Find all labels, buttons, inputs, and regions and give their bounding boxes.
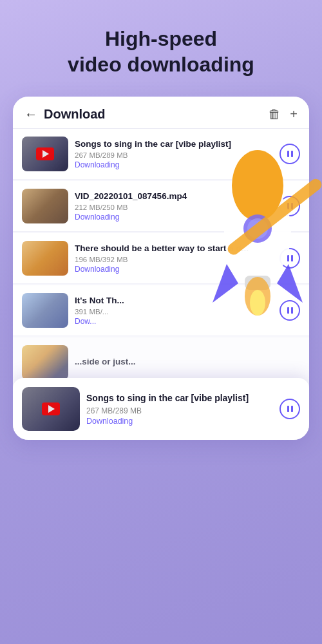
expanded-info: Songs to sing in the car [vibe playlist]…: [86, 392, 273, 425]
pause-button[interactable]: [279, 300, 300, 321]
list-item: VID_20220101_087456.mp4 212 MB/250 MB Do…: [13, 181, 309, 232]
item-info: It's Not Th... 391 MB/... Dow...: [75, 295, 273, 326]
pause-icon: [287, 307, 293, 314]
pause-bar-right: [291, 255, 293, 261]
thumbnail: [22, 189, 68, 223]
download-list: Songs to sing in the car [vibe playlist]…: [13, 129, 309, 440]
item-status: Downloading: [75, 160, 273, 169]
pause-button[interactable]: [279, 248, 300, 269]
pause-bar-right: [291, 406, 293, 412]
pause-icon: [287, 203, 293, 209]
item-status: Dow...: [75, 317, 273, 326]
pause-icon: [287, 151, 293, 157]
item-size: 196 MB/392 MB: [75, 256, 273, 263]
pause-bar-right: [291, 307, 293, 314]
pause-icon: [287, 406, 293, 412]
header-section: High-speed video downloading: [0, 0, 322, 90]
play-triangle-expanded: [48, 405, 55, 413]
pause-bar-left: [287, 255, 289, 261]
delete-icon[interactable]: 🗑: [268, 107, 281, 122]
pause-bar-right: [291, 203, 293, 209]
item-title: It's Not Th...: [75, 295, 273, 307]
back-button[interactable]: ←: [24, 107, 37, 122]
youtube-icon: [36, 147, 54, 160]
item-info: ...side or just...: [75, 356, 294, 369]
expanded-thumbnail: [22, 387, 80, 431]
expanded-pause-button[interactable]: [279, 399, 300, 419]
list-item: There should be a better way to start a …: [13, 233, 309, 284]
pause-bar-left: [287, 203, 289, 209]
item-info: There should be a better way to start a …: [75, 243, 273, 274]
item-info: Songs to sing in the car [vibe playlist]…: [75, 138, 273, 169]
thumbnail: [22, 293, 68, 328]
pause-button[interactable]: [279, 196, 300, 216]
pause-button[interactable]: [279, 144, 300, 164]
item-size: 391 MB/...: [75, 308, 273, 316]
add-icon[interactable]: +: [290, 107, 298, 122]
page-title: High-speed video downloading: [13, 26, 309, 77]
expanded-title: Songs to sing in the car [vibe playlist]: [86, 392, 273, 404]
item-title: VID_20220101_087456.mp4: [75, 191, 273, 202]
item-title: Songs to sing in the car [vibe playlist]: [75, 138, 273, 150]
expanded-card: Songs to sing in the car [vibe playlist]…: [13, 378, 309, 440]
thumbnail: [22, 137, 68, 171]
item-status: Downloading: [75, 265, 273, 274]
item-status: Downloading: [75, 213, 273, 222]
pause-bar-left: [287, 406, 289, 412]
thumbnail: [22, 241, 68, 276]
item-title: ...side or just...: [75, 356, 294, 368]
phone-card: ← Download 🗑 + Songs to sing in the car …: [13, 97, 309, 440]
list-item: It's Not Th... 391 MB/... Dow...: [13, 285, 309, 336]
list-item: Songs to sing in the car [vibe playlist]…: [13, 129, 309, 180]
download-header: ← Download 🗑 +: [13, 97, 309, 129]
expanded-status: Downloading: [86, 417, 273, 426]
header-icons: 🗑 +: [268, 107, 298, 122]
pause-bar-right: [291, 151, 293, 157]
thumbnail: [22, 345, 68, 380]
pause-icon: [287, 255, 293, 261]
item-title: There should be a better way to start a …: [75, 243, 273, 254]
pause-bar-left: [287, 151, 289, 157]
play-triangle: [43, 150, 49, 158]
item-info: VID_20220101_087456.mp4 212 MB/250 MB Do…: [75, 191, 273, 222]
expanded-size: 267 MB/289 MB: [86, 406, 273, 415]
pause-bar-left: [287, 307, 289, 314]
item-size: 212 MB/250 MB: [75, 204, 273, 211]
item-size: 267 MB/289 MB: [75, 151, 273, 159]
youtube-icon-expanded: [42, 402, 60, 415]
panel-title: Download: [44, 107, 268, 122]
